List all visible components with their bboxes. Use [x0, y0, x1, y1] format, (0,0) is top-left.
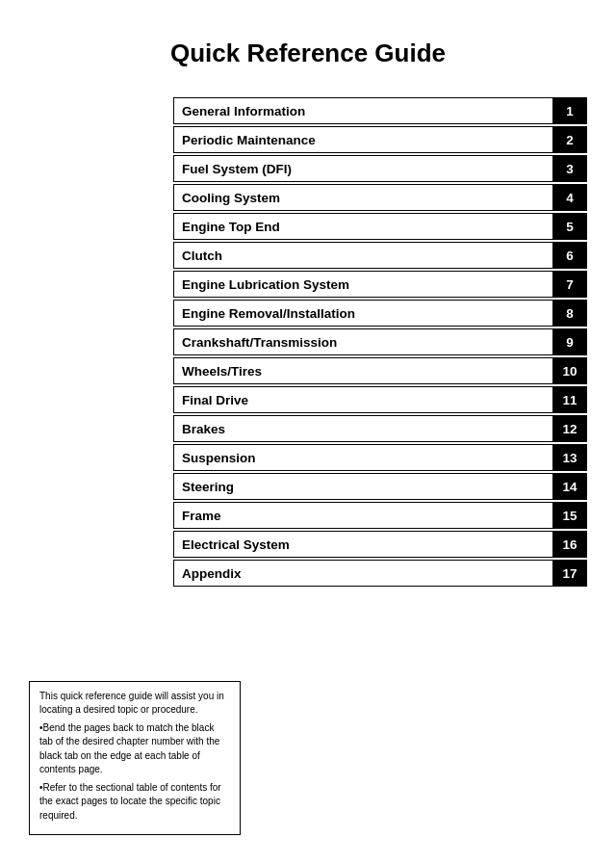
toc-label: General Information: [174, 100, 552, 122]
toc-row[interactable]: Final Drive11: [173, 386, 587, 413]
toc-number: 2: [552, 127, 587, 152]
content-area: General Information1Periodic Maintenance…: [29, 97, 587, 589]
toc-label: Wheels/Tires: [174, 360, 552, 382]
toc-number: 6: [552, 243, 587, 268]
toc-number: 11: [552, 387, 587, 412]
toc-label: Cooling System: [174, 187, 552, 209]
toc-number: 3: [552, 156, 587, 181]
toc-label: Suspension: [174, 447, 552, 469]
toc-number: 4: [552, 185, 587, 210]
note-line1: This quick reference guide will assist y…: [39, 690, 230, 718]
toc-row[interactable]: Clutch6: [173, 242, 587, 269]
toc-number: 17: [552, 561, 587, 586]
note-line2: •Bend the pages back to match the black …: [39, 721, 230, 777]
note-line3: •Refer to the sectional table of content…: [39, 781, 230, 824]
toc-row[interactable]: Brakes12: [173, 415, 587, 442]
toc-row[interactable]: Engine Lubrication System7: [173, 271, 587, 298]
toc-row[interactable]: Suspension13: [173, 444, 587, 471]
toc-label: Appendix: [174, 563, 552, 585]
toc-label: Engine Removal/Installation: [174, 302, 552, 325]
toc-number: 13: [552, 445, 587, 470]
page: Quick Reference Guide General Informatio…: [0, 0, 616, 864]
toc-number: 1: [552, 98, 587, 123]
toc-row[interactable]: General Information1: [173, 97, 587, 124]
toc-row[interactable]: Electrical System16: [173, 531, 587, 558]
toc-label: Final Drive: [174, 389, 552, 411]
toc-label: Fuel System (DFI): [174, 158, 552, 180]
toc-row[interactable]: Crankshaft/Transmission9: [173, 328, 587, 355]
toc-label: Clutch: [174, 245, 552, 267]
toc-row[interactable]: Engine Removal/Installation8: [173, 300, 587, 327]
toc-container: General Information1Periodic Maintenance…: [173, 97, 587, 589]
toc-label: Steering: [174, 476, 552, 498]
toc-label: Frame: [174, 505, 552, 527]
note-box: This quick reference guide will assist y…: [29, 681, 241, 836]
toc-label: Electrical System: [174, 534, 552, 556]
toc-row[interactable]: Engine Top End5: [173, 213, 587, 240]
toc-label: Engine Lubrication System: [174, 274, 552, 296]
toc-row[interactable]: Steering14: [173, 473, 587, 500]
toc-number: 7: [552, 272, 587, 297]
toc-number: 16: [552, 532, 587, 557]
toc-row[interactable]: Frame15: [173, 502, 587, 529]
toc-number: 8: [552, 301, 587, 326]
toc-number: 12: [552, 416, 587, 441]
page-title: Quick Reference Guide: [29, 39, 587, 68]
toc-number: 14: [552, 474, 587, 499]
toc-row[interactable]: Cooling System4: [173, 184, 587, 211]
toc-row[interactable]: Appendix17: [173, 560, 587, 587]
toc-label: Periodic Maintenance: [174, 129, 552, 151]
toc-number: 9: [552, 329, 587, 354]
toc-row[interactable]: Wheels/Tires10: [173, 357, 587, 384]
toc-row[interactable]: Fuel System (DFI)3: [173, 155, 587, 182]
toc-number: 5: [552, 214, 587, 239]
toc-label: Brakes: [174, 418, 552, 440]
toc-number: 15: [552, 503, 587, 528]
toc-row[interactable]: Periodic Maintenance2: [173, 126, 587, 153]
toc-number: 10: [552, 358, 587, 383]
toc-label: Crankshaft/Transmission: [174, 331, 552, 353]
toc-label: Engine Top End: [174, 216, 552, 238]
